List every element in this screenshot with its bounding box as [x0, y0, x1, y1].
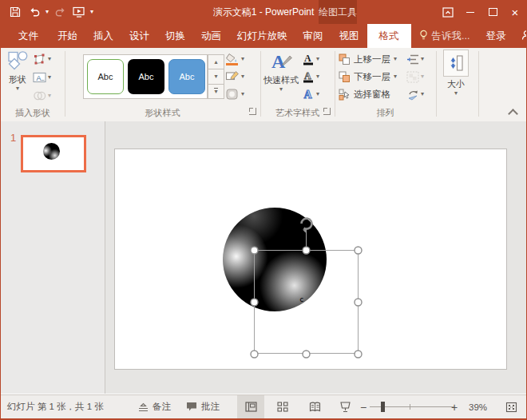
text-outline-button[interactable]: A [302, 69, 319, 85]
group-arrow-icon [421, 73, 424, 80]
slide-number: 1 [10, 132, 16, 144]
shape-outline-icon [225, 70, 240, 83]
comments-button[interactable]: 批注 [186, 395, 220, 418]
normal-view-button[interactable] [237, 395, 264, 418]
align-button[interactable] [406, 51, 424, 67]
bring-forward-icon [339, 53, 351, 65]
oval-shape[interactable] [223, 208, 327, 311]
tab-design[interactable]: 设计 [121, 24, 157, 48]
fit-to-window-button[interactable] [505, 395, 517, 418]
tab-format[interactable]: 格式 [367, 24, 411, 48]
tab-animations[interactable]: 动画 [193, 24, 229, 48]
size-button[interactable]: 大小 [442, 50, 470, 97]
drawing-tools-context-label: 绘图工具 [319, 0, 357, 24]
svg-text:A: A [304, 89, 313, 101]
size-arrow-icon [454, 90, 458, 97]
wordart-group-label: 艺术字样式 [260, 107, 335, 119]
text-fill-button[interactable]: A [302, 51, 319, 67]
slideshow-view-button[interactable] [331, 395, 359, 418]
maximize-button[interactable] [481, 0, 504, 24]
quick-styles-button[interactable]: A 快速样式 [264, 50, 298, 93]
main-area: 1 c [1, 121, 526, 394]
slide-sorter-view-button[interactable] [269, 395, 296, 418]
quick-styles-label: 快速样式 [264, 74, 299, 86]
text-effects-arrow-icon [316, 91, 319, 97]
tab-transitions[interactable]: 切换 [157, 24, 193, 48]
close-button[interactable]: × [504, 0, 526, 24]
text-box-icon: A [33, 72, 46, 83]
collapse-ribbon-icon[interactable] [509, 107, 517, 114]
tab-review[interactable]: 审阅 [295, 24, 331, 48]
tab-insert[interactable]: 插入 [85, 24, 121, 48]
minimize-button[interactable] [459, 0, 481, 24]
edit-shape-button[interactable] [33, 51, 51, 67]
status-bar: 幻灯片 第 1 张，共 1 张 备注 批注 [1, 394, 526, 418]
fit-to-window-icon [505, 402, 517, 413]
notes-button[interactable]: 备注 [138, 395, 171, 418]
shape-effects-button[interactable] [225, 86, 244, 102]
shapes-label: 形状 [9, 73, 26, 85]
shape-effects-arrow-icon [241, 91, 244, 97]
selection-pane-icon [339, 89, 351, 101]
merge-shapes-button [33, 88, 51, 104]
text-box-button[interactable]: A [33, 69, 51, 85]
lightbulb-icon [419, 30, 428, 43]
send-backward-button[interactable]: 下移一层 [339, 69, 397, 85]
text-effects-button[interactable]: A [302, 86, 319, 102]
shape-fill-icon [225, 53, 240, 65]
tab-slideshow[interactable]: 幻灯片放映 [229, 24, 295, 48]
reading-view-button[interactable] [301, 395, 328, 418]
powerpoint-window: 演示文稿1 - PowerPoint 绘图工具 × 文件 开始 插入 设计 切换… [0, 0, 527, 420]
comments-label: 批注 [201, 401, 220, 413]
reading-view-icon [309, 402, 321, 412]
sign-in-button[interactable]: 登录 [477, 24, 513, 48]
share-button[interactable]: 共享 [513, 24, 527, 48]
gallery-scroll-down-icon[interactable] [208, 69, 224, 84]
slide-thumbnail[interactable] [21, 135, 86, 172]
share-person-icon [521, 30, 527, 43]
text-effects-icon: A [302, 88, 315, 101]
tell-me-box[interactable]: 告诉我... [411, 24, 478, 48]
bring-forward-button[interactable]: 上移一层 [339, 51, 397, 67]
zoom-out-button[interactable]: − [360, 395, 367, 418]
selection-pane-button[interactable]: 选择窗格 [339, 86, 390, 102]
edit-shape-icon [33, 53, 46, 65]
shape-fill-button[interactable] [225, 51, 244, 67]
gallery-scroll-up-icon[interactable] [208, 54, 224, 69]
thumbnail-shape [43, 143, 60, 160]
shapes-button[interactable]: 形状 [5, 50, 30, 92]
shape-effects-icon [225, 88, 240, 101]
slideshow-view-icon [339, 402, 351, 412]
tab-file[interactable]: 文件 [7, 24, 50, 48]
title-bar: 演示文稿1 - PowerPoint 绘图工具 × [1, 0, 526, 24]
merge-shapes-arrow-icon [48, 93, 51, 99]
gallery-more-icon[interactable] [208, 85, 224, 99]
ribbon: 形状 A 插入形状 Ab [1, 48, 526, 122]
tab-view[interactable]: 视图 [331, 24, 367, 48]
shape-style-2[interactable]: Abc [128, 59, 164, 94]
shape-outline-button[interactable] [225, 69, 244, 85]
zoom-in-button[interactable]: + [451, 395, 458, 418]
shape-text: c [299, 295, 303, 303]
comments-icon [186, 402, 197, 412]
edit-shape-arrow-icon [48, 56, 51, 62]
svg-text:A: A [304, 53, 311, 64]
zoom-slider-thumb[interactable] [381, 402, 385, 412]
window-controls: × [437, 0, 526, 24]
shapes-dropdown-arrow-icon [16, 85, 19, 92]
slide-sorter-icon [277, 402, 288, 412]
zoom-level[interactable]: 39% [469, 395, 487, 418]
svg-text:A: A [271, 51, 286, 72]
zoom-slider-center-tick [410, 404, 410, 410]
shape-styles-group-label: 形状样式 [65, 107, 260, 119]
shape-style-1[interactable]: Abc [87, 59, 124, 94]
shapes-icon [7, 50, 29, 72]
rotate-button[interactable] [406, 86, 424, 102]
ribbon-display-options-icon[interactable] [437, 0, 459, 24]
tab-home[interactable]: 开始 [50, 24, 85, 48]
shape-style-3[interactable]: Abc [168, 59, 205, 94]
send-backward-label: 下移一层 [354, 71, 390, 83]
quick-styles-icon: A [269, 50, 293, 73]
shape-outline-arrow-icon [241, 73, 244, 80]
bring-forward-arrow-icon [394, 56, 397, 62]
